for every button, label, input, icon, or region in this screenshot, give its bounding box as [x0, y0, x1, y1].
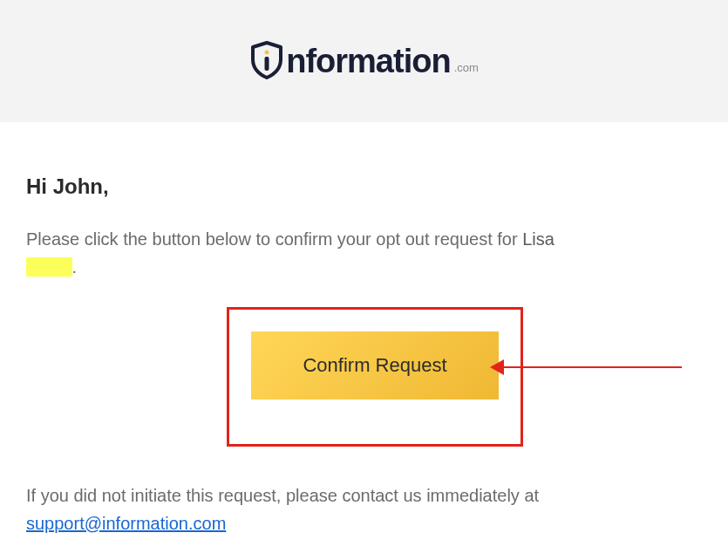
svg-rect-1	[265, 57, 269, 71]
button-area: Confirm Request	[26, 307, 702, 455]
footer-text: If you did not initiate this request, pl…	[26, 481, 702, 537]
footer-message: If you did not initiate this request, pl…	[26, 486, 539, 505]
support-email-link[interactable]: support@information.com	[26, 514, 226, 533]
brand-logo: nformation .com	[249, 40, 479, 83]
subject-name-first: Lisa	[522, 229, 555, 249]
subject-name-redacted: ____	[26, 257, 72, 277]
brand-text: nformation	[286, 43, 450, 80]
body-prefix: Please click the button below to confirm…	[26, 229, 522, 249]
body-suffix: .	[72, 257, 78, 277]
annotation-arrow-icon	[490, 359, 682, 377]
email-header: nformation .com	[0, 0, 728, 122]
confirm-request-button[interactable]: Confirm Request	[251, 331, 499, 400]
shield-icon	[249, 40, 284, 83]
instruction-text: Please click the button below to confirm…	[26, 225, 702, 281]
email-body: Hi John, Please click the button below t…	[0, 122, 728, 555]
brand-suffix: .com	[454, 61, 479, 74]
greeting-text: Hi John,	[26, 174, 702, 199]
svg-point-0	[265, 50, 269, 54]
